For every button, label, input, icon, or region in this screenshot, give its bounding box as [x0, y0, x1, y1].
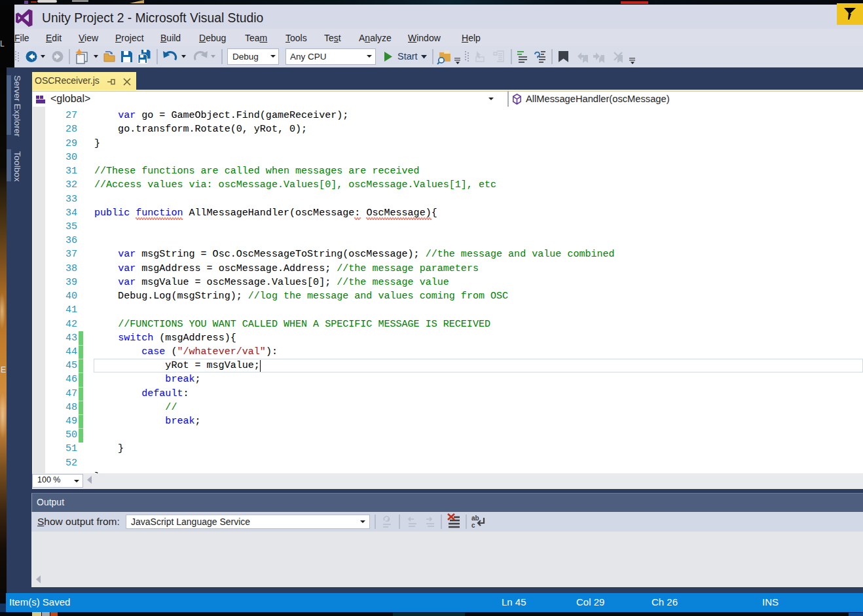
svg-text:c: c — [471, 522, 475, 529]
svg-text:ab: ab — [471, 515, 479, 522]
